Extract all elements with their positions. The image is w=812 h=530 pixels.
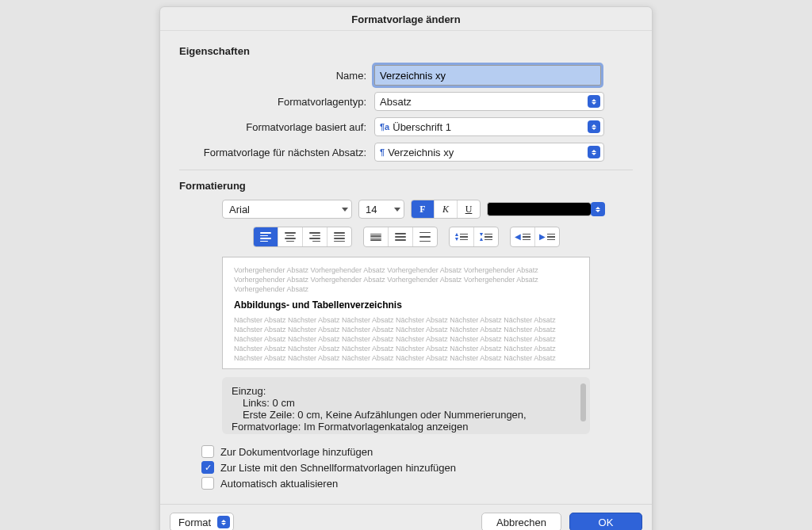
font-size-value: 14 <box>366 204 391 215</box>
format-menu-button[interactable]: Format <box>170 513 234 530</box>
format-menu-label: Format <box>178 517 211 528</box>
style-description: Einzug: Links: 0 cm Erste Zeile: 0 cm, K… <box>222 377 590 434</box>
auto-update-label: Automatisch aktualisieren <box>220 478 338 490</box>
based-on-select[interactable]: ¶a Überschrift 1 <box>374 117 604 136</box>
underline-button[interactable]: U <box>458 200 480 218</box>
chevrons-icon <box>588 146 600 158</box>
add-to-quickstyles-checkbox[interactable]: ✓ <box>201 461 214 474</box>
preview-next-text: Nächster Absatz Nächster Absatz Nächster… <box>234 315 578 364</box>
dialog-title: Formatvorlage ändern <box>160 7 652 31</box>
line-spacing-onehalf-button[interactable] <box>389 227 413 246</box>
desc-line-2: Links: 0 cm <box>232 397 580 409</box>
formatting-section-header: Formatierung <box>179 180 633 192</box>
preview-previous-text: Vorhergehender Absatz Vorhergehender Abs… <box>234 265 578 294</box>
decrease-indent-button[interactable]: ◀ <box>511 227 535 246</box>
add-to-template-checkbox[interactable] <box>201 445 214 458</box>
based-on-value: Überschrift 1 <box>393 121 588 133</box>
desc-line-3: Erste Zeile: 0 cm, Keine Aufzählungen od… <box>232 409 580 421</box>
font-family-value: Arial <box>229 204 339 215</box>
pilcrow-a-icon: ¶a <box>380 122 389 132</box>
font-style-group: F K U <box>411 200 481 219</box>
cancel-button[interactable]: Abbrechen <box>481 513 561 530</box>
next-paragraph-label: Formatvorlage für nächsten Absatz: <box>179 147 374 158</box>
alignment-group <box>253 227 352 247</box>
ok-button[interactable]: OK <box>569 513 642 530</box>
add-to-quickstyles-label: Zur Liste mit den Schnellformatvorlagen … <box>220 462 456 474</box>
desc-line-4: Formatvorlage: Im Formatvorlagenkatalog … <box>232 421 580 433</box>
style-type-select[interactable]: Absatz <box>374 92 604 111</box>
font-color-swatch[interactable] <box>487 202 591 216</box>
properties-section-header: Eigenschaften <box>179 45 633 57</box>
chevrons-icon <box>217 516 230 528</box>
modify-style-dialog: Formatvorlage ändern Eigenschaften Name:… <box>159 6 653 530</box>
divider <box>179 170 633 170</box>
line-spacing-group <box>363 227 438 247</box>
align-center-button[interactable] <box>278 227 303 246</box>
name-label: Name: <box>179 70 374 82</box>
next-paragraph-value: Verzeichnis xy <box>388 147 588 158</box>
style-type-label: Formatvorlagentyp: <box>179 96 374 108</box>
line-spacing-single-button[interactable] <box>364 227 389 246</box>
align-left-button[interactable] <box>254 227 278 246</box>
paragraph-space-decrease-button[interactable]: ▼▲ <box>474 227 498 246</box>
auto-update-checkbox[interactable] <box>201 477 214 490</box>
font-size-select[interactable]: 14 <box>358 200 404 219</box>
chevron-down-icon <box>342 208 348 212</box>
scrollbar-thumb[interactable] <box>580 383 586 421</box>
next-paragraph-select[interactable]: ¶ Verzeichnis xy <box>374 143 604 162</box>
align-justify-button[interactable] <box>327 227 351 246</box>
pilcrow-icon: ¶ <box>380 147 385 157</box>
desc-line-1: Einzug: <box>232 385 580 397</box>
style-type-value: Absatz <box>380 96 588 108</box>
chevrons-icon <box>588 120 600 133</box>
align-right-button[interactable] <box>303 227 327 246</box>
font-family-select[interactable]: Arial <box>222 200 352 219</box>
add-to-template-label: Zur Dokumentvorlage hinzufügen <box>220 446 373 458</box>
preview-sample-heading: Abbildungs- und Tabellenverzeichnis <box>234 299 578 311</box>
chevrons-icon <box>588 95 600 108</box>
bold-button[interactable]: F <box>412 200 435 218</box>
paragraph-spacing-group: ▲▼ ▼▲ <box>449 227 499 247</box>
based-on-label: Formatvorlage basiert auf: <box>179 121 374 133</box>
line-spacing-double-button[interactable] <box>413 227 437 246</box>
style-preview: Vorhergehender Absatz Vorhergehender Abs… <box>222 257 590 369</box>
font-color-dropdown[interactable] <box>591 202 605 216</box>
paragraph-space-increase-button[interactable]: ▲▼ <box>450 227 474 246</box>
chevron-down-icon <box>394 208 400 212</box>
indent-group: ◀ ▶ <box>510 227 560 247</box>
italic-button[interactable]: K <box>435 200 458 218</box>
increase-indent-button[interactable]: ▶ <box>535 227 559 246</box>
name-input[interactable] <box>374 65 601 86</box>
